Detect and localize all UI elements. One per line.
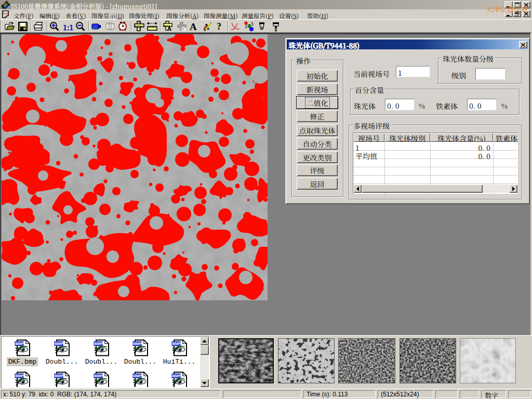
- svg-text:BMP: BMP: [16, 341, 24, 346]
- svg-text:BMP: BMP: [16, 374, 24, 378]
- svg-text:BMP: BMP: [172, 374, 181, 378]
- svg-text:3: 3: [251, 21, 254, 26]
- svg-text:BMP: BMP: [55, 374, 63, 378]
- svg-text:BMP: BMP: [95, 374, 103, 378]
- svg-text:BMP: BMP: [172, 341, 181, 346]
- svg-text:BMP: BMP: [134, 374, 142, 378]
- svg-text:BMP: BMP: [134, 341, 142, 346]
- svg-text:A: A: [167, 24, 172, 31]
- svg-text:BMP: BMP: [95, 341, 103, 346]
- svg-text:DOC: DOC: [3, 12, 9, 15]
- svg-text:BMP: BMP: [55, 341, 63, 346]
- svg-text:1: 1: [245, 24, 247, 29]
